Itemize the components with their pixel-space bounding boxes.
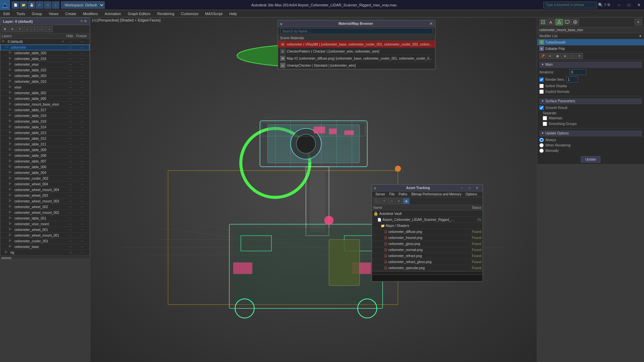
modify-icon-btn[interactable] [547,19,555,25]
layers-tb-btn-1[interactable]: ✕ [9,26,16,32]
at-item-normal[interactable]: 🖼 ceilometer_normal.png Found [372,247,483,253]
menu-create[interactable]: Create [62,11,79,16]
menu-graph-editors[interactable]: Graph Editors [124,11,154,16]
show-box-btn[interactable]: ▣ [554,53,561,59]
list-item[interactable]: ▷ceilometer_lable_016—— [0,56,90,62]
always-radio[interactable] [539,138,544,142]
layers-tb-btn-4[interactable]: ↑ [31,26,38,32]
manually-radio[interactable] [539,148,544,153]
list-item[interactable]: ▷ceilometer_visor_moint—— [0,221,90,227]
list-item[interactable]: ▷ceilometer_lable_011—— [0,141,90,147]
list-item[interactable]: ▷ceilometer_wheel_003—— [0,193,90,198]
list-item[interactable]: ▷ceilometer_lable_012—— [0,136,90,141]
list-item[interactable]: ▷ceilometer_lable_013—— [0,130,90,136]
modifier-entry-turbosmooth[interactable]: T TurboSmooth [537,39,644,46]
isoline-checkbox[interactable] [539,84,544,88]
pin-btn[interactable]: 📌 [539,53,546,59]
make-unique-btn[interactable]: ○ [569,53,576,59]
new-btn[interactable]: 📄 [12,1,19,9]
at-tb-4[interactable]: ▣ [403,198,410,204]
close-btn[interactable]: ✕ [634,0,644,10]
layer-item-rig[interactable]: ▷ rig □ — [0,250,90,255]
list-item[interactable]: ▷ceilometer_wheel_mount_003—— [0,198,90,204]
right-panel-dropdown[interactable]: ▼ [635,19,642,25]
material-browser-close-btn[interactable]: ✕ [429,21,433,26]
update-button[interactable]: Update [581,156,600,163]
remove-modifier-btn[interactable]: ✕ [576,53,583,59]
save-btn[interactable]: 💾 [28,1,35,9]
list-item[interactable]: ▷ceilometer_wheel_002—— [0,204,90,210]
render-iters-input[interactable] [566,76,578,82]
mb-item-map2[interactable]: M Map #2 (ceilometer_diffuse.png) [ceilo… [278,55,435,62]
layers-horizontal-scrollbar[interactable] [0,255,90,259]
undo-btn[interactable]: ↩ [36,1,43,9]
menu-animation[interactable]: Animation [101,11,124,16]
active-shade-btn[interactable]: ◈ [561,53,568,59]
list-item[interactable]: ▷ceilometer_lable_001—— [0,216,90,221]
display-icon-btn[interactable] [564,19,571,25]
when-rendering-radio[interactable] [539,143,544,147]
at-menu-options[interactable]: Options [464,192,479,196]
list-item[interactable]: ▷ceilometer_lable_020—— [0,50,90,56]
material-search-input[interactable] [280,28,433,34]
at-item-max-file[interactable]: 📄 Airport_Ceilometer_LIDAR_Scanner_Rigge… [372,217,483,223]
at-tb-2[interactable]: □ [388,198,395,204]
list-item[interactable]: ▷ceilometer_lable_014—— [0,124,90,130]
list-item[interactable]: ▷ceilometer_base—— [0,244,90,250]
materials-checkbox[interactable] [543,116,547,120]
layers-close-btn[interactable]: ✕ [84,19,87,23]
layers-tb-btn-3[interactable]: ↓ [24,26,31,32]
list-item[interactable]: ▷ceilometer_wheel_004—— [0,181,90,187]
list-item[interactable]: ▷ceilometer_lable_010—— [0,79,90,84]
list-item[interactable]: ▷ceilometer_lable_009—— [0,147,90,153]
at-item-diffuse[interactable]: 🖼 ceilometer_diffuse.png Found [372,229,483,235]
at-item-fresnel[interactable]: 🖼 ceilometer_fresnel.png Found [372,235,483,241]
menu-edit[interactable]: Edit [0,11,13,16]
search-icon[interactable]: 🔍 [598,3,603,7]
list-item[interactable]: ▷ceilometer_cooler_002—— [0,176,90,181]
list-item[interactable]: ▷ceilometer_mount_base_visor—— [0,102,90,107]
layers-help-btn[interactable]: ? [80,19,83,23]
at-item-vault[interactable]: 🔒 Autodesk Vault [372,210,483,217]
list-item[interactable]: ▷ceilometer_lable_008—— [0,153,90,159]
layer-item-ceilometer[interactable]: ☐ ceilometer □ — [0,45,90,50]
at-minimize-btn[interactable]: − [459,185,466,191]
at-menu-server[interactable]: Server [373,192,387,196]
menu-tools[interactable]: Tools [13,11,29,16]
at-menu-paths[interactable]: Paths [397,192,410,196]
list-item[interactable]: ▷visor—— [0,84,90,90]
at-item-gloss[interactable]: 🖼 ceilometer_gloss.png Found [372,241,483,247]
list-item[interactable]: ▷ceilometer_lable_004—— [0,170,90,176]
menu-help[interactable]: Help [226,11,240,16]
help-icon[interactable]: ? [604,3,606,7]
at-menu-bitmap[interactable]: Bitmap Performance and Memory [409,192,464,196]
smooth-result-checkbox[interactable] [539,106,544,110]
list-item[interactable]: ▷ceilometer_visor—— [0,62,90,67]
utilities-icon-btn[interactable] [572,19,579,25]
layers-tb-btn-6[interactable]: → [46,26,53,32]
list-item[interactable]: ▷ceilometer_wheel_001—— [0,227,90,233]
options-icon[interactable]: ⚙ [607,3,610,7]
list-item[interactable]: ▷ceilometer_lable_005—— [0,96,90,102]
list-item[interactable]: ▷ceilometer_lable_002—— [0,90,90,96]
list-item[interactable]: ▷ceilometer_cooler_001—— [0,238,90,244]
maximize-btn[interactable]: □ [624,0,634,10]
hierarchy-icon-btn[interactable] [555,19,563,25]
smoothing-groups-checkbox[interactable] [543,122,547,126]
list-item[interactable]: ▷ceilometer_lable_003—— [0,73,90,79]
render-iters-checkbox[interactable] [539,77,544,82]
list-item[interactable]: ▷ceilometer_wheel_mount_001—— [0,233,90,238]
open-btn[interactable]: 📂 [20,1,27,9]
redo-btn[interactable]: ↪ [44,1,51,9]
list-item[interactable]: ▷ceilometer_lable_015—— [0,67,90,73]
modifier-list-dropdown[interactable]: ▼ [639,34,642,38]
mb-item-checker[interactable]: C CheckerPattern ( Checker ) [ceilometer… [278,48,435,55]
workspace-select[interactable]: Workspace: Default [61,1,105,9]
at-item-refract[interactable]: 🖼 ceilometer_refract.png Found [372,253,483,259]
mb-item-unwrap[interactable]: U UnwrapChecker ( Standard ) [ceilometer… [278,62,435,69]
at-maximize-btn[interactable]: □ [466,185,473,191]
layers-tb-btn-2[interactable]: + [16,26,23,32]
at-horizontal-scrollbar[interactable] [372,271,483,275]
create-icon-btn[interactable] [539,19,547,25]
menu-customize[interactable]: Customize [178,11,202,16]
